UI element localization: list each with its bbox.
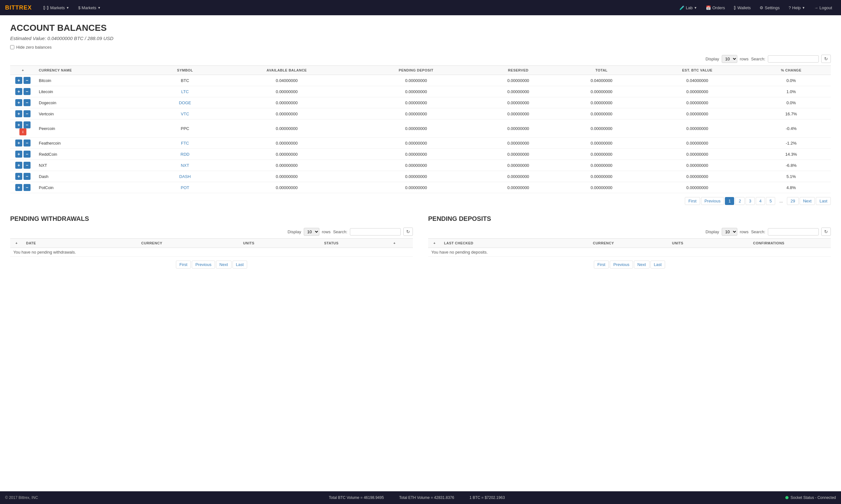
row-actions-6: + −	[10, 149, 36, 160]
hide-zero-checkbox[interactable]	[10, 45, 14, 49]
symbol-link-1[interactable]: LTC	[181, 89, 189, 94]
brand-logo[interactable]: BITTREX	[5, 4, 32, 11]
balances-search-input[interactable]	[768, 55, 819, 62]
withdraw-button-9[interactable]: −	[23, 184, 31, 191]
currency-symbol-5[interactable]: FTC	[152, 138, 218, 149]
col-reserved: RESERVED	[477, 66, 560, 75]
d-pagination-previous[interactable]: Previous	[610, 260, 633, 269]
symbol-link-6[interactable]: RDD	[181, 152, 190, 157]
withdrawals-search-input[interactable]	[350, 228, 401, 235]
d-col-confirmations: CONFIRMATIONS	[707, 239, 831, 248]
currency-symbol-3[interactable]: VTC	[152, 108, 218, 120]
pagination-page-4[interactable]: 4	[756, 197, 765, 205]
nav-help[interactable]: ? Help ▼	[785, 3, 809, 12]
pagination-page-29[interactable]: 29	[787, 197, 799, 205]
nav-btc-markets[interactable]: ₿ ₿ Markets ▼	[39, 3, 73, 12]
w-pagination-previous[interactable]: Previous	[192, 260, 215, 269]
currency-name-0: Bitcoin	[36, 75, 152, 86]
display-label: Display	[705, 57, 719, 61]
symbol-link-5[interactable]: FTC	[181, 141, 189, 146]
balances-refresh-button[interactable]: ↻	[821, 55, 831, 63]
pagination-previous[interactable]: Previous	[701, 197, 724, 205]
symbol-link-2[interactable]: DOGE	[179, 101, 191, 105]
deposit-button-9[interactable]: +	[15, 184, 22, 191]
currency-symbol-7[interactable]: NXT	[152, 160, 218, 171]
deposit-button-6[interactable]: +	[15, 151, 22, 158]
deposit-button-0[interactable]: +	[15, 77, 22, 84]
nav-wallets[interactable]: ₿ Wallets	[730, 3, 754, 12]
deposit-button-2[interactable]: +	[15, 99, 22, 106]
table-row: You have no pending deposits.	[428, 248, 831, 257]
deposits-display-label: Display	[705, 230, 719, 234]
pct-change-1: 1.0%	[752, 86, 831, 97]
w-pagination-last[interactable]: Last	[233, 260, 247, 269]
total-5: 0.00000000	[560, 138, 643, 149]
nav-settings[interactable]: ⚙ Settings	[756, 3, 784, 12]
d-pagination-first[interactable]: First	[594, 260, 609, 269]
footer-stats: Total BTC Volume = 46198.9495 Total ETH …	[48, 496, 786, 500]
withdraw-button-3[interactable]: −	[23, 110, 31, 117]
deposit-button-5[interactable]: +	[15, 140, 22, 146]
pagination-page-3[interactable]: 3	[745, 197, 755, 205]
table-row: You have no pending withdrawals.	[10, 248, 413, 257]
withdrawals-refresh-button[interactable]: ↻	[403, 228, 413, 236]
w-pagination-next[interactable]: Next	[216, 260, 231, 269]
deposit-button-3[interactable]: +	[15, 110, 22, 117]
nav-usd-markets[interactable]: $ Markets ▼	[74, 3, 105, 12]
nav-logout[interactable]: → Logout	[810, 3, 836, 12]
d-pagination-next[interactable]: Next	[634, 260, 650, 269]
pagination-first[interactable]: First	[685, 197, 700, 205]
deposits-refresh-button[interactable]: ↻	[821, 228, 831, 236]
symbol-link-9[interactable]: POT	[181, 185, 189, 190]
withdrawals-empty-message: You have no pending withdrawals.	[13, 246, 76, 258]
info-button-4[interactable]: i	[19, 128, 27, 136]
deposits-search-label: Search:	[751, 230, 765, 234]
available-balance-3: 0.00000000	[218, 108, 356, 120]
withdraw-button-7[interactable]: −	[23, 162, 31, 169]
display-select[interactable]: 10 25 50	[722, 55, 737, 63]
currency-symbol-1[interactable]: LTC	[152, 86, 218, 97]
withdraw-button-1[interactable]: −	[23, 88, 31, 95]
deposits-search-input[interactable]	[768, 228, 819, 235]
withdraw-button-0[interactable]: −	[23, 77, 31, 84]
col-total: TOTAL	[560, 66, 643, 75]
currency-symbol-2[interactable]: DOGE	[152, 97, 218, 108]
wallets-label: Wallets	[737, 5, 751, 10]
withdrawals-display-select[interactable]: 10 25 50	[304, 228, 319, 236]
pagination-page-2[interactable]: 2	[735, 197, 744, 205]
withdraw-button-8[interactable]: −	[23, 173, 31, 180]
calendar-icon: 📅	[706, 5, 711, 10]
withdraw-button-5[interactable]: −	[23, 140, 31, 146]
pagination-next[interactable]: Next	[800, 197, 815, 205]
withdraw-button-2[interactable]: −	[23, 99, 31, 106]
w-col-status: STATUS	[287, 239, 376, 248]
symbol-link-7[interactable]: NXT	[181, 163, 189, 168]
w-pagination-first[interactable]: First	[176, 260, 191, 269]
deposits-display-select[interactable]: 10 25 50	[722, 228, 737, 236]
col-currency-name: CURRENCY NAME	[36, 66, 152, 75]
currency-symbol-8[interactable]: DASH	[152, 171, 218, 182]
currency-symbol-6[interactable]: RDD	[152, 149, 218, 160]
currency-symbol-9[interactable]: POT	[152, 182, 218, 193]
question-icon: ?	[789, 5, 791, 10]
reserved-3: 0.00000000	[477, 108, 560, 120]
pagination-page-5[interactable]: 5	[766, 197, 775, 205]
nav-orders[interactable]: 📅 Orders	[702, 3, 729, 12]
d-pagination-last[interactable]: Last	[651, 260, 665, 269]
symbol-link-8[interactable]: DASH	[179, 174, 191, 179]
pagination-page-1[interactable]: 1	[725, 197, 734, 205]
deposit-button-1[interactable]: +	[15, 88, 22, 95]
deposit-button-7[interactable]: +	[15, 162, 22, 169]
deposit-button-8[interactable]: +	[15, 173, 22, 180]
pending-deposit-9: 0.00000000	[356, 182, 477, 193]
reserved-9: 0.00000000	[477, 182, 560, 193]
withdrawals-table: + DATE CURRENCY UNITS STATUS + You have …	[10, 238, 413, 257]
symbol-link-3[interactable]: VTC	[181, 111, 189, 116]
withdraw-button-4[interactable]: −	[23, 121, 31, 128]
nav-lab[interactable]: 🧪 Lab ▼	[675, 3, 701, 12]
withdraw-button-6[interactable]: −	[23, 151, 31, 158]
pagination-last[interactable]: Last	[816, 197, 831, 205]
pending-deposit-4: 0.00000000	[356, 120, 477, 138]
deposit-button-4[interactable]: +	[15, 121, 22, 128]
hide-zero-label[interactable]: Hide zero balances	[10, 45, 831, 50]
